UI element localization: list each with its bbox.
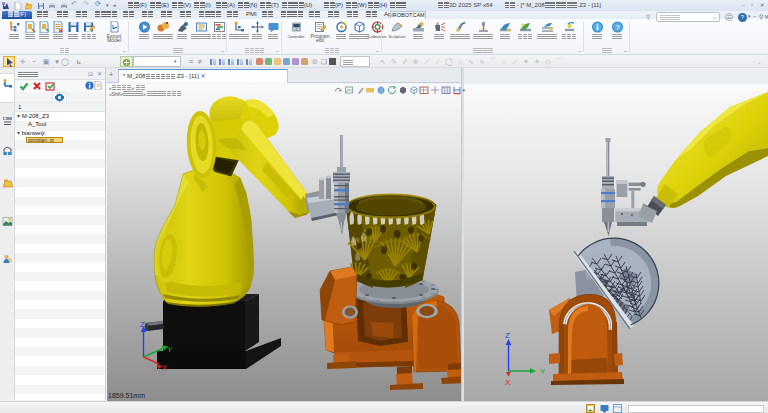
svg-text:Y: Y [540, 367, 546, 376]
svg-text:?: ? [615, 23, 620, 32]
svg-text:Z: Z [505, 331, 510, 340]
svg-text:Z: Z [140, 320, 145, 329]
svg-text:Y: Y [167, 345, 173, 354]
svg-text:X: X [505, 378, 511, 387]
svg-text:1859.51mm: 1859.51mm [108, 392, 145, 399]
svg-text:X: X [162, 363, 168, 372]
